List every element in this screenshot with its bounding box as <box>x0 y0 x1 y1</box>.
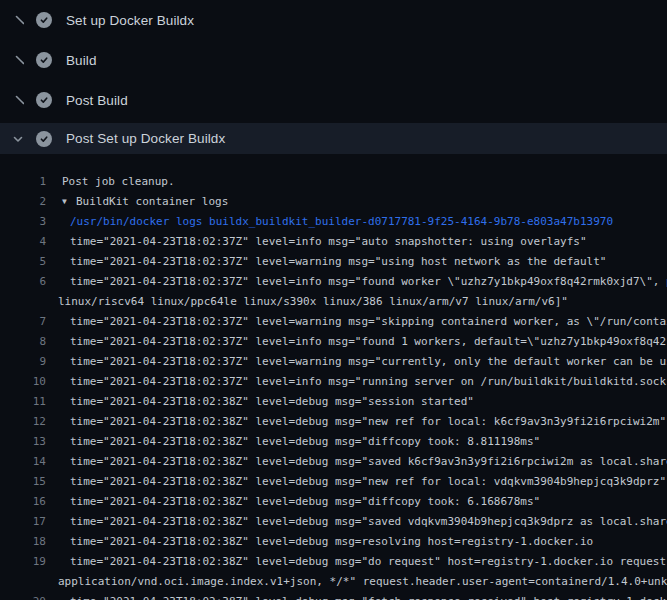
log-line: 17time="2021-04-23T18:02:38Z" level=debu… <box>0 512 667 532</box>
log-line-number[interactable]: 4 <box>0 232 46 252</box>
log-line: 11time="2021-04-23T18:02:38Z" level=debu… <box>0 392 667 412</box>
log-line-number[interactable]: 6 <box>0 272 46 292</box>
log-line-number[interactable]: 9 <box>0 352 46 372</box>
step-label: Post Build <box>66 93 128 108</box>
log-line-text: time="2021-04-23T18:02:38Z" level=debug … <box>46 452 667 472</box>
log-line-number[interactable]: 1 <box>0 172 46 192</box>
log-line-number[interactable]: 7 <box>0 312 46 332</box>
status-success-icon <box>36 131 52 147</box>
log-line-number[interactable]: 16 <box>0 492 46 512</box>
log-line: 16time="2021-04-23T18:02:38Z" level=debu… <box>0 492 667 512</box>
log-line-number[interactable]: 5 <box>0 252 46 272</box>
log-line-number <box>0 292 46 312</box>
log-line: 5time="2021-04-23T18:02:37Z" level=warni… <box>0 252 667 272</box>
log-line-number[interactable]: 8 <box>0 332 46 352</box>
log-line-number[interactable]: 10 <box>0 372 46 392</box>
log-line-text: time="2021-04-23T18:02:37Z" level=warnin… <box>46 352 667 372</box>
status-success-icon <box>36 52 52 68</box>
chevron-right-icon <box>10 92 26 108</box>
log-line-number[interactable]: 12 <box>0 412 46 432</box>
log-line: 12time="2021-04-23T18:02:38Z" level=debu… <box>0 412 667 432</box>
log-line-text: time="2021-04-23T18:02:38Z" level=debug … <box>46 432 667 452</box>
log-line: 8time="2021-04-23T18:02:37Z" level=info … <box>0 332 667 352</box>
workflow-step-list: Set up Docker BuildxBuildPost BuildPost … <box>0 0 667 154</box>
log-line-number[interactable]: 18 <box>0 532 46 552</box>
log-line: 3/usr/bin/docker logs buildx_buildkit_bu… <box>0 212 667 232</box>
log-line-text: Post job cleanup. <box>46 172 667 192</box>
step-row-build[interactable]: Build <box>0 40 667 80</box>
log-line-text: time="2021-04-23T18:02:37Z" level=warnin… <box>46 252 667 272</box>
log-line: 19time="2021-04-23T18:02:38Z" level=debu… <box>0 552 667 572</box>
log-command-text: /usr/bin/docker logs buildx_buildkit_bui… <box>46 212 667 232</box>
log-line-text: time="2021-04-23T18:02:37Z" level=info m… <box>46 372 667 392</box>
log-line: 9time="2021-04-23T18:02:37Z" level=warni… <box>0 352 667 372</box>
log-line: 20time="2021-04-23T18:02:38Z" level=debu… <box>0 592 667 600</box>
log-line-text: linux/riscv64 linux/ppc64le linux/s390x … <box>46 292 667 312</box>
log-line-text: time="2021-04-23T18:02:38Z" level=debug … <box>46 472 667 492</box>
log-line-number[interactable]: 11 <box>0 392 46 412</box>
step-label: Build <box>66 53 97 68</box>
chevron-right-icon <box>10 12 26 28</box>
log-line: 18time="2021-04-23T18:02:38Z" level=debu… <box>0 532 667 552</box>
log-line-text: time="2021-04-23T18:02:38Z" level=debug … <box>46 532 667 552</box>
log-line-text: time="2021-04-23T18:02:38Z" level=debug … <box>46 552 667 572</box>
log-line: 14time="2021-04-23T18:02:38Z" level=debu… <box>0 452 667 472</box>
status-success-icon <box>36 92 52 108</box>
log-line-text: time="2021-04-23T18:02:37Z" level=info m… <box>46 232 667 252</box>
log-line: 6time="2021-04-23T18:02:37Z" level=info … <box>0 272 667 292</box>
log-line-number[interactable]: 13 <box>0 432 46 452</box>
step-row-set-up-docker-buildx[interactable]: Set up Docker Buildx <box>0 0 667 40</box>
log-line-number[interactable]: 17 <box>0 512 46 532</box>
log-line-number[interactable]: 20 <box>0 592 46 600</box>
log-line-text: time="2021-04-23T18:02:38Z" level=debug … <box>46 592 667 600</box>
log-line: 1Post job cleanup. <box>0 172 667 192</box>
log-line-number <box>0 572 46 592</box>
log-line-number[interactable]: 3 <box>0 212 46 232</box>
log-line: 2▼BuildKit container logs <box>0 192 667 212</box>
log-line-text: ▼BuildKit container logs <box>46 192 667 212</box>
log-line-text: time="2021-04-23T18:02:37Z" level=info m… <box>46 332 667 352</box>
log-line-text: time="2021-04-23T18:02:38Z" level=debug … <box>46 412 667 432</box>
step-label: Set up Docker Buildx <box>66 13 194 28</box>
step-label: Post Set up Docker Buildx <box>66 131 225 146</box>
step-log-output: 1Post job cleanup.2▼BuildKit container l… <box>0 160 667 600</box>
log-line-number[interactable]: 15 <box>0 472 46 492</box>
log-line-text: time="2021-04-23T18:02:37Z" level=info m… <box>46 272 667 292</box>
log-line: 4time="2021-04-23T18:02:37Z" level=info … <box>0 232 667 252</box>
log-line-text: time="2021-04-23T18:02:38Z" level=debug … <box>46 492 667 512</box>
step-row-post-set-up-docker-buildx[interactable]: Post Set up Docker Buildx <box>0 123 667 154</box>
log-line-number[interactable]: 19 <box>0 552 46 572</box>
log-group-title: BuildKit container logs <box>76 195 228 208</box>
status-success-icon <box>36 12 52 28</box>
log-line: 13time="2021-04-23T18:02:38Z" level=debu… <box>0 432 667 452</box>
log-line-text: time="2021-04-23T18:02:38Z" level=debug … <box>46 512 667 532</box>
log-line-number[interactable]: 14 <box>0 452 46 472</box>
log-line: 7time="2021-04-23T18:02:37Z" level=warni… <box>0 312 667 332</box>
log-line-text: application/vnd.oci.image.index.v1+json,… <box>46 572 667 592</box>
log-line: 10time="2021-04-23T18:02:37Z" level=info… <box>0 372 667 392</box>
log-line-text: time="2021-04-23T18:02:38Z" level=debug … <box>46 392 667 412</box>
group-collapse-toggle-icon[interactable]: ▼ <box>62 192 76 212</box>
chevron-right-icon <box>10 52 26 68</box>
log-line: application/vnd.oci.image.index.v1+json,… <box>0 572 667 592</box>
log-line-number[interactable]: 2 <box>0 192 46 212</box>
log-line-text: time="2021-04-23T18:02:37Z" level=warnin… <box>46 312 667 332</box>
log-line: 15time="2021-04-23T18:02:38Z" level=debu… <box>0 472 667 492</box>
log-line: linux/riscv64 linux/ppc64le linux/s390x … <box>0 292 667 312</box>
step-row-post-build[interactable]: Post Build <box>0 80 667 120</box>
chevron-down-icon <box>10 131 26 147</box>
